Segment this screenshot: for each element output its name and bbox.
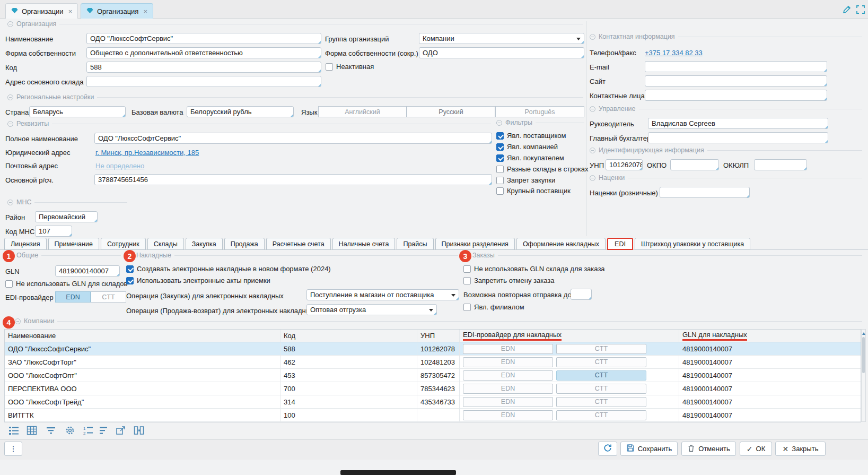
full-name-input[interactable]: ОДО "ЛюкссСофтСервис" (94, 133, 492, 144)
electronic-acts-checkbox[interactable]: Использовать электронные акты приемки (126, 277, 270, 284)
edn-button[interactable]: EDN (463, 397, 553, 407)
window-tab-organizations[interactable]: Организации × (5, 3, 78, 19)
tab-separation-signs[interactable]: Признаки разделения (435, 238, 515, 250)
retail-markup-input[interactable] (660, 187, 750, 198)
maximize-icon[interactable] (856, 5, 865, 16)
tab-employee[interactable]: Сотрудник (101, 238, 146, 250)
tab-warehouses[interactable]: Склады (147, 238, 184, 250)
window-tab-organization[interactable]: Организация × (81, 3, 153, 19)
phone-link[interactable]: +375 17 334 82 33 (645, 49, 703, 57)
ctt-button[interactable]: CTT (556, 357, 646, 367)
filter-supplier-checkbox[interactable]: Явл. поставщиком (496, 132, 566, 140)
contact-persons-input[interactable] (645, 90, 827, 101)
tab-settlement-accounts[interactable]: Расчетные счета (266, 238, 331, 250)
tab-edi[interactable]: EDI (607, 238, 633, 250)
email-input[interactable] (645, 61, 827, 72)
collapse-icon[interactable] (590, 175, 595, 181)
column-header-code[interactable]: Код (280, 330, 417, 342)
forbid-cancel-checkbox[interactable]: Запретить отмену заказа (463, 277, 555, 284)
filter-company-checkbox[interactable]: Явл. компанией (496, 143, 558, 151)
currency-input[interactable]: Белорусский рубль (187, 106, 294, 117)
collapse-icon[interactable] (590, 34, 595, 40)
tab-license[interactable]: Лицензия (4, 238, 47, 250)
table-row[interactable]: ЗАО "ЛюксСофтТорг" 462 102481203 EDN CTT… (5, 356, 861, 369)
okpo-input[interactable] (670, 159, 719, 170)
refresh-button[interactable] (598, 442, 617, 456)
column-header-edi-provider[interactable]: EDI-провайдер для накладных (460, 330, 679, 342)
edn-button[interactable]: EDN (463, 357, 553, 367)
tab-cash-accounts[interactable]: Наличные счета (332, 238, 396, 250)
close-button[interactable]: ✕ Закрыть (775, 442, 826, 456)
filter-icon[interactable] (45, 424, 57, 437)
ctt-button[interactable]: CTT (556, 384, 646, 394)
edi-provider-edn-button[interactable]: EDN (55, 291, 91, 303)
table-row[interactable]: ООО "ЛюксСофтТрейд" 314 435346733 EDN CT… (5, 395, 861, 409)
save-button[interactable]: Сохранить (620, 442, 678, 456)
transfer-columns-icon[interactable] (133, 424, 145, 437)
edn-button[interactable]: EDN (463, 410, 553, 420)
collapse-icon[interactable] (7, 121, 13, 127)
ownership-input[interactable]: Общество с дополнительной ответственност… (86, 47, 321, 58)
cancel-button[interactable]: Отменить (681, 442, 736, 456)
return-operation-select[interactable]: Оптовая отгрузка (306, 304, 437, 315)
filter-different-warehouses-checkbox[interactable]: Разные склады в строках (496, 165, 588, 173)
tab-prices[interactable]: Прайсы (397, 238, 433, 250)
column-header-gln[interactable]: GLN для накладных (679, 330, 861, 342)
purchase-operation-select[interactable]: Поступление в магазин от поставщика (306, 289, 459, 300)
edn-button[interactable]: EDN (463, 344, 553, 354)
tab-invoice-layout[interactable]: Оформление накладных (516, 238, 606, 250)
ctt-button[interactable]: CTT (556, 410, 646, 420)
open-in-window-icon[interactable] (115, 424, 127, 437)
filter-purchase-ban-checkbox[interactable]: Запрет закупки (496, 176, 555, 184)
inactive-checkbox[interactable]: Неактивная (326, 63, 374, 71)
accountant-input[interactable] (648, 132, 828, 143)
tab-purchase[interactable]: Закупка (186, 238, 223, 250)
district-input[interactable]: Первомайский (35, 211, 98, 222)
language-option-portuguese[interactable]: Português (495, 106, 584, 117)
unp-input[interactable]: 101262078 (606, 159, 643, 170)
grid-view-icon[interactable] (25, 424, 38, 437)
country-input[interactable]: Беларусь (29, 106, 126, 117)
site-input[interactable] (645, 75, 827, 87)
settings-gear-icon[interactable] (64, 424, 76, 437)
table-row[interactable]: ВИТГТК 100 EDN CTT 4819000140007 (5, 409, 861, 422)
edit-pencil-icon[interactable] (842, 5, 852, 16)
collapse-icon[interactable] (7, 21, 13, 27)
name-input[interactable]: ОДО "ЛюкссСофтСервис" (86, 33, 321, 44)
tab-sale[interactable]: Продажа (224, 238, 265, 250)
collapse-icon[interactable] (496, 120, 502, 126)
tab-note[interactable]: Примечание (48, 238, 99, 250)
no-gln-warehouses-checkbox[interactable]: Не использовать GLN для складов (5, 280, 127, 288)
tab-supplier-package-barcode[interactable]: Штрихкод упаковки у поставщика (635, 238, 750, 250)
org-group-select[interactable]: Компании (419, 33, 584, 44)
edn-button[interactable]: EDN (463, 370, 553, 381)
numbered-list-icon[interactable]: 12 (82, 424, 94, 437)
column-header-unp[interactable]: УНП (417, 330, 460, 342)
ctt-button[interactable]: CTT (556, 344, 646, 354)
new-format-checkbox[interactable]: Создавать электронные накладные в новом … (126, 265, 331, 273)
language-option-english[interactable]: Английский (318, 106, 407, 117)
is-branch-checkbox[interactable]: Явл. филиалом (463, 303, 524, 311)
collapse-icon[interactable] (590, 148, 595, 153)
collapse-icon[interactable] (7, 94, 13, 100)
legal-address-link[interactable]: г. Минск, пр.Независимости, 185 (95, 149, 199, 157)
edi-provider-ctt-button[interactable]: CTT (91, 291, 126, 303)
filter-buyer-checkbox[interactable]: Явл. покупателем (496, 154, 564, 162)
resend-until-input[interactable] (571, 289, 592, 300)
scroll-up-icon[interactable] (862, 331, 865, 335)
collapse-icon[interactable] (590, 106, 595, 112)
row-details-icon[interactable] (7, 424, 20, 437)
table-row[interactable]: ПЕРСПЕКТИВА ООО 700 785344623 EDN CTT 48… (5, 382, 861, 395)
head-input[interactable]: Владислав Сергеев (648, 118, 828, 129)
edn-button[interactable]: EDN (463, 384, 553, 394)
close-tab-icon[interactable]: × (143, 7, 147, 15)
scrollbar-thumb[interactable] (862, 337, 865, 373)
okulp-input[interactable] (754, 159, 807, 170)
account-input[interactable]: 3788745651456 (94, 174, 492, 185)
mns-code-input[interactable]: 107 (35, 226, 72, 237)
collapse-icon[interactable] (15, 318, 21, 324)
ctt-button[interactable]: CTT (556, 397, 646, 407)
table-row[interactable]: ООО "ЛюксСофтОпт" 453 857305472 EDN CTT … (5, 369, 861, 382)
postal-address-link[interactable]: Не определено (95, 162, 144, 170)
ownership-short-input[interactable]: ОДО (419, 47, 584, 58)
